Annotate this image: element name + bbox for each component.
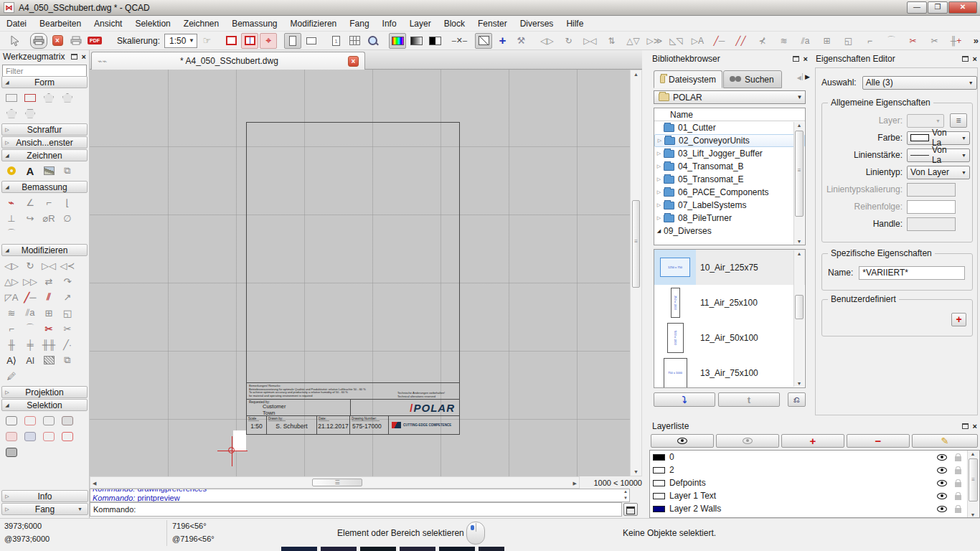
menu-bearbeiten[interactable]: Bearbeiten: [33, 17, 88, 31]
mod-scale-icon[interactable]: ◁≺: [58, 258, 77, 273]
draw-order-input[interactable]: [907, 200, 956, 214]
folder-row-expanded[interactable]: ◢09_Diverses: [654, 225, 805, 237]
modify-flip-horizontal-icon[interactable]: ▷◁: [580, 33, 600, 49]
paper-border-icon[interactable]: [222, 33, 240, 49]
library-path-combobox[interactable]: POLAR▼: [654, 90, 806, 104]
modify-move-rotate-icon[interactable]: ▷≫: [644, 33, 664, 49]
section-fang[interactable]: ▷Fang▼: [1, 503, 88, 515]
document-tab[interactable]: ⌁⌁ * A4_050_SSchubert.dwg ×: [91, 52, 365, 70]
modify-round-icon[interactable]: ⌒: [881, 33, 901, 49]
command-input[interactable]: Kommando:: [90, 502, 622, 517]
mod-rotate2-icon[interactable]: ⇄: [39, 273, 58, 289]
draft-mode-icon[interactable]: [475, 33, 492, 49]
mod-spray-icon[interactable]: 🖉: [2, 368, 21, 384]
full-color-icon[interactable]: [389, 33, 406, 49]
modify-trim-both-icon[interactable]: ╱╱: [730, 33, 750, 49]
mod-mirror-icon[interactable]: ◁▷: [2, 258, 21, 273]
deselect-all-icon[interactable]: [21, 413, 39, 428]
modify-rotate-two-icon[interactable]: △▽: [623, 33, 643, 49]
mod-lengthen-icon[interactable]: ↗: [58, 289, 77, 305]
menu-zeichnen[interactable]: Zeichnen: [177, 17, 225, 31]
remove-layer-button[interactable]: −: [847, 434, 910, 448]
scale-combobox[interactable]: 1:50▼: [164, 34, 197, 48]
menu-modifizieren[interactable]: Modifizieren: [284, 17, 344, 31]
deselect-entity-icon[interactable]: [58, 413, 77, 428]
layer-visible-icon[interactable]: [937, 467, 947, 474]
command-panel-toggle-button[interactable]: [623, 503, 638, 516]
menu-layer[interactable]: Layer: [403, 17, 438, 31]
select-contour-icon[interactable]: [2, 428, 21, 444]
modify-lengthen-icon[interactable]: ⊀: [752, 33, 772, 49]
library-item[interactable]: 750 x 1000 13_Air_75x100: [654, 355, 805, 388]
edit-layer-button[interactable]: ✎: [912, 434, 978, 448]
modify-reference-icon[interactable]: ▷A: [687, 33, 707, 49]
folder-row[interactable]: ▷03_Lift_Jogger_Buffer: [654, 147, 805, 160]
add-custom-property-button[interactable]: +: [951, 313, 966, 326]
mod-move-rotate-icon[interactable]: ↷: [58, 273, 77, 289]
layer-visible-icon[interactable]: [937, 480, 947, 486]
modify-trim-icon[interactable]: ╱─: [709, 33, 729, 49]
close-button[interactable]: ✕: [948, 1, 977, 14]
library-close-icon[interactable]: ×: [804, 55, 808, 63]
layer-row[interactable]: Defpoints: [650, 476, 979, 489]
mod-divide-icon[interactable]: ⫽a: [21, 305, 39, 321]
mod-break-line-icon[interactable]: ╫: [2, 336, 21, 352]
mod-move-icon[interactable]: ▷◁: [39, 258, 58, 273]
menu-bemassung[interactable]: Bemassung: [225, 17, 283, 31]
select-crossing-icon[interactable]: [58, 428, 77, 444]
folder-row[interactable]: ▷02_ConveyorUnits: [654, 134, 805, 147]
grayscale-icon[interactable]: [407, 33, 425, 49]
items-scrollbar[interactable]: ▲ ▼: [793, 250, 804, 387]
deselect-window-icon[interactable]: [39, 428, 58, 444]
mod-break-line2-icon[interactable]: ╪: [21, 336, 39, 352]
layer-lock-icon[interactable]: [955, 469, 961, 474]
crosshair-toggle-icon[interactable]: +: [494, 33, 511, 49]
menu-hilfe[interactable]: Hilfe: [560, 17, 590, 31]
dim-ordinate-icon[interactable]: ⊥: [2, 210, 21, 226]
selection-combobox[interactable]: Alle (3)▼: [862, 76, 977, 90]
modify-rotate-icon[interactable]: ↻: [558, 33, 578, 49]
folder-row[interactable]: ▷07_LabelSystems: [654, 199, 805, 212]
dim-horizontal-icon[interactable]: ⌐: [39, 194, 58, 210]
library-item[interactable]: 1250 x 750 10_Air_125x75: [654, 250, 805, 285]
mod-flip-h-icon[interactable]: △▷: [2, 273, 21, 289]
section-bemassung[interactable]: ◢Bemassung: [1, 181, 88, 193]
selection-pointer-icon[interactable]: [6, 33, 23, 49]
modify-flip-vertical-icon[interactable]: ⇅: [601, 33, 621, 49]
minimize-button[interactable]: —: [907, 1, 927, 14]
tab-scroll-right-icon[interactable]: ▶: [802, 73, 810, 80]
invert-selection-icon[interactable]: [2, 444, 21, 460]
paper-grid-icon[interactable]: [241, 33, 258, 49]
library-reload-button[interactable]: ⎌: [788, 392, 806, 407]
modify-fillet-icon[interactable]: ⌐: [859, 33, 880, 49]
mod-rotate-icon[interactable]: ↻: [21, 258, 39, 273]
layer-list-button[interactable]: ≡: [950, 113, 967, 128]
show-all-layers-button[interactable]: [651, 434, 714, 448]
dim-vertical-icon[interactable]: ⌊: [58, 194, 77, 210]
modify-divide-icon[interactable]: ⫽a: [795, 33, 815, 49]
folder-row[interactable]: ▷06_PACE_Components: [654, 186, 805, 199]
pan-hand-icon[interactable]: ☞: [198, 33, 215, 49]
property-close-icon[interactable]: ×: [973, 55, 977, 63]
maximize-button[interactable]: ❐: [928, 1, 948, 14]
layer-scrollbar[interactable]: ▲ ≡ ▼: [967, 451, 979, 518]
landscape-page-icon[interactable]: [303, 33, 320, 49]
folder-row[interactable]: ▷08_PileTurner: [654, 212, 805, 225]
portrait-page-icon[interactable]: [284, 33, 301, 49]
mod-flip-v-icon[interactable]: ▷▷: [21, 273, 39, 289]
layer-lock-icon[interactable]: [955, 495, 961, 500]
name-input[interactable]: *VARIIERT*: [859, 266, 965, 280]
layer-lock-icon[interactable]: [955, 508, 961, 513]
menu-fang[interactable]: Fang: [343, 17, 375, 31]
layer-row[interactable]: Layer 2 Walls: [650, 502, 979, 515]
dock-splitter[interactable]: [642, 50, 649, 518]
hide-all-layers-button[interactable]: [716, 434, 779, 448]
single-page-icon[interactable]: 1: [327, 33, 344, 49]
menu-block[interactable]: Block: [438, 17, 471, 31]
paper-origin-icon[interactable]: ⌖: [260, 33, 277, 49]
mod-copy-shape-icon[interactable]: ⧉: [58, 352, 77, 368]
hexagon-tool-icon[interactable]: [21, 105, 39, 121]
rectangle-size-tool-icon[interactable]: [21, 90, 39, 105]
layer-lock-icon[interactable]: [955, 482, 961, 487]
modify-split-icon[interactable]: ╫+: [946, 33, 966, 49]
